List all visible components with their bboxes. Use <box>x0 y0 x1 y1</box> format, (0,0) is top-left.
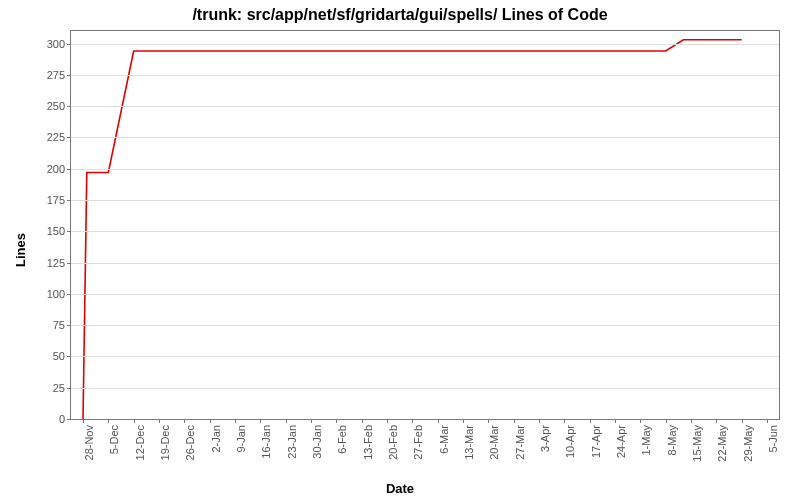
xtick-label: 13-Mar <box>463 425 475 460</box>
line-series <box>71 31 779 419</box>
xtick-mark <box>412 419 413 423</box>
ytick-label: 300 <box>47 38 65 50</box>
xtick-mark <box>691 419 692 423</box>
ytick-label: 275 <box>47 69 65 81</box>
xtick-mark <box>767 419 768 423</box>
xtick-mark <box>362 419 363 423</box>
ytick-mark <box>67 169 71 170</box>
xtick-label: 28-Nov <box>83 425 95 460</box>
xtick-label: 1-May <box>640 425 652 456</box>
xtick-mark <box>463 419 464 423</box>
xtick-label: 15-May <box>691 425 703 462</box>
xtick-mark <box>210 419 211 423</box>
ytick-label: 125 <box>47 257 65 269</box>
xtick-mark <box>387 419 388 423</box>
gridline <box>71 356 779 357</box>
xtick-mark <box>134 419 135 423</box>
ytick-mark <box>67 137 71 138</box>
ytick-mark <box>67 75 71 76</box>
gridline <box>71 137 779 138</box>
ytick-label: 50 <box>53 350 65 362</box>
gridline <box>71 388 779 389</box>
gridline <box>71 106 779 107</box>
xtick-label: 10-Apr <box>564 425 576 458</box>
gridline <box>71 44 779 45</box>
xtick-label: 17-Apr <box>590 425 602 458</box>
ytick-label: 0 <box>59 413 65 425</box>
ytick-label: 175 <box>47 194 65 206</box>
ytick-label: 150 <box>47 225 65 237</box>
xtick-label: 13-Feb <box>362 425 374 460</box>
ytick-mark <box>67 356 71 357</box>
chart-title: /trunk: src/app/net/sf/gridarta/gui/spel… <box>0 6 800 24</box>
xtick-mark <box>716 419 717 423</box>
ytick-mark <box>67 231 71 232</box>
gridline <box>71 231 779 232</box>
xtick-mark <box>260 419 261 423</box>
xtick-label: 12-Dec <box>134 425 146 460</box>
xtick-mark <box>615 419 616 423</box>
xtick-mark <box>514 419 515 423</box>
gridline <box>71 200 779 201</box>
ytick-mark <box>67 263 71 264</box>
xtick-label: 27-Feb <box>412 425 424 460</box>
xtick-label: 30-Jan <box>311 425 323 459</box>
xtick-mark <box>336 419 337 423</box>
xtick-label: 27-Mar <box>514 425 526 460</box>
ytick-mark <box>67 419 71 420</box>
xtick-mark <box>640 419 641 423</box>
ytick-label: 250 <box>47 100 65 112</box>
xtick-mark <box>235 419 236 423</box>
xtick-mark <box>539 419 540 423</box>
xtick-label: 6-Mar <box>438 425 450 454</box>
x-axis-label: Date <box>0 481 800 496</box>
xtick-label: 5-Jun <box>767 425 779 453</box>
ytick-label: 25 <box>53 382 65 394</box>
xtick-mark <box>159 419 160 423</box>
xtick-mark <box>438 419 439 423</box>
xtick-mark <box>184 419 185 423</box>
ytick-mark <box>67 294 71 295</box>
xtick-label: 19-Dec <box>159 425 171 460</box>
ytick-label: 75 <box>53 319 65 331</box>
xtick-label: 23-Jan <box>286 425 298 459</box>
gridline <box>71 263 779 264</box>
ytick-mark <box>67 44 71 45</box>
xtick-mark <box>83 419 84 423</box>
xtick-label: 20-Mar <box>488 425 500 460</box>
xtick-label: 3-Apr <box>539 425 551 452</box>
xtick-label: 20-Feb <box>387 425 399 460</box>
series-line <box>83 40 742 419</box>
y-axis-label: Lines <box>13 233 28 267</box>
gridline <box>71 169 779 170</box>
xtick-label: 26-Dec <box>184 425 196 460</box>
gridline <box>71 325 779 326</box>
xtick-mark <box>108 419 109 423</box>
xtick-mark <box>742 419 743 423</box>
xtick-label: 2-Jan <box>210 425 222 453</box>
ytick-label: 200 <box>47 163 65 175</box>
xtick-mark <box>590 419 591 423</box>
xtick-mark <box>488 419 489 423</box>
ytick-mark <box>67 388 71 389</box>
xtick-label: 9-Jan <box>235 425 247 453</box>
xtick-label: 16-Jan <box>260 425 272 459</box>
xtick-label: 29-May <box>742 425 754 462</box>
xtick-label: 24-Apr <box>615 425 627 458</box>
ytick-mark <box>67 106 71 107</box>
gridline <box>71 75 779 76</box>
xtick-mark <box>311 419 312 423</box>
xtick-label: 6-Feb <box>336 425 348 454</box>
ytick-mark <box>67 325 71 326</box>
xtick-label: 5-Dec <box>108 425 120 454</box>
plot-area: 025507510012515017520022525027530028-Nov… <box>70 30 780 420</box>
xtick-mark <box>286 419 287 423</box>
xtick-label: 22-May <box>716 425 728 462</box>
ytick-mark <box>67 200 71 201</box>
ytick-label: 225 <box>47 131 65 143</box>
xtick-mark <box>564 419 565 423</box>
gridline <box>71 294 779 295</box>
xtick-mark <box>666 419 667 423</box>
ytick-label: 100 <box>47 288 65 300</box>
loc-chart: /trunk: src/app/net/sf/gridarta/gui/spel… <box>0 0 800 500</box>
